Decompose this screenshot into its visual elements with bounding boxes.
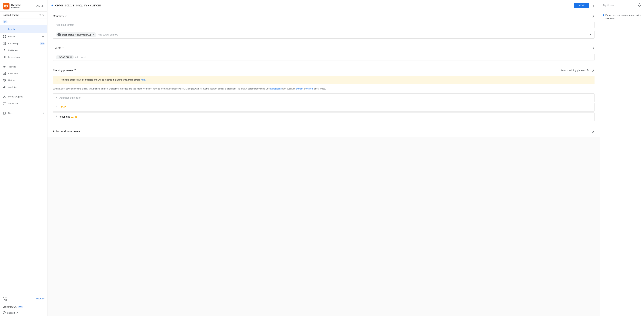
custom-link[interactable]: custom bbox=[306, 87, 313, 90]
sidebar-item-knowledge-label: Knowledge bbox=[8, 42, 37, 45]
sidebar-item-integrations[interactable]: Integrations bbox=[0, 54, 47, 60]
add-expression-placeholder: Add user expression bbox=[60, 96, 81, 99]
sidebar-item-docs[interactable]: Docs ↗ bbox=[0, 110, 47, 116]
sidebar-item-training-label: Training bbox=[8, 65, 44, 68]
sidebar-item-training[interactable]: Training bbox=[0, 63, 47, 70]
sidebar-item-prebuilt[interactable]: Prebuilt Agents bbox=[0, 93, 47, 100]
upgrade-link[interactable]: Upgrade bbox=[36, 297, 44, 300]
action-collapse-icon[interactable]: ∧ bbox=[592, 129, 594, 134]
svg-point-1 bbox=[6, 5, 7, 7]
external-link-icon: ↗ bbox=[43, 112, 44, 114]
sidebar-item-analytics[interactable]: Analytics bbox=[0, 84, 47, 90]
sidebar-item-intents[interactable]: Intents ＋ bbox=[0, 25, 47, 33]
contexts-title-row: Contexts ? bbox=[53, 15, 66, 18]
nav-divider-1 bbox=[0, 62, 47, 62]
phrase-row-2[interactable]: ❝ order id is 12345 bbox=[53, 112, 594, 121]
chat-icon bbox=[3, 102, 6, 105]
try-it-bar: Try it now bbox=[600, 0, 644, 11]
training-phrases-collapse-icon[interactable]: ∧ bbox=[592, 68, 594, 72]
search-phrases-label[interactable]: Search training phrases bbox=[560, 69, 586, 72]
svg-point-17 bbox=[4, 96, 5, 97]
sidebar-item-smalltalk-label: Small Talk bbox=[8, 102, 44, 105]
more-options-icon[interactable]: ⋮ bbox=[591, 2, 596, 8]
training-phrases-section-header[interactable]: Training phrases ? Search training phras… bbox=[48, 65, 600, 76]
warning-link[interactable]: here. bbox=[141, 78, 146, 81]
svg-rect-16 bbox=[5, 86, 6, 88]
quote-icon: ❝ bbox=[56, 96, 58, 100]
save-button[interactable]: SAVE bbox=[574, 3, 589, 8]
contexts-section: Contexts ? ∧ Add input context 5 order_s… bbox=[48, 11, 600, 43]
action-section-header[interactable]: Action and parameters ∧ bbox=[48, 126, 600, 137]
action-title: Action and parameters bbox=[53, 130, 80, 133]
search-row: Search training phrases bbox=[560, 68, 590, 72]
main-area: order_status_enquiry - custom SAVE ⋮ Con… bbox=[48, 0, 600, 316]
agent-row: respond_chatbot ▾ ⚙ bbox=[0, 12, 47, 18]
sidebar-item-entities[interactable]: Entities ＋ bbox=[0, 33, 47, 40]
language-badge[interactable]: en bbox=[3, 20, 8, 23]
add-entity-icon[interactable]: ＋ bbox=[42, 34, 44, 38]
sidebar-item-history[interactable]: History bbox=[0, 77, 47, 84]
support-help-icon: ? bbox=[3, 311, 6, 315]
search-icon[interactable] bbox=[587, 68, 590, 72]
agent-settings-icon[interactable]: ⚙ bbox=[42, 13, 44, 16]
sidebar-bottom: Trial Free Upgrade bbox=[0, 294, 47, 304]
sidebar-item-integrations-label: Integrations bbox=[8, 56, 44, 58]
svg-rect-6 bbox=[4, 35, 6, 36]
global-chevron-icon: ▾ bbox=[44, 5, 44, 7]
phrase-quote-icon-1: ❝ bbox=[56, 105, 58, 109]
sidebar-item-fulfillment[interactable]: Fulfillment bbox=[0, 47, 47, 54]
phrase-row-1[interactable]: ❝ 12345 bbox=[53, 103, 594, 112]
dialogflow-cx-item[interactable]: Dialogflow CX new bbox=[0, 304, 47, 310]
phrase-quote-icon-2: ❝ bbox=[56, 115, 58, 119]
sidebar-item-smalltalk[interactable]: Small Talk bbox=[0, 100, 47, 107]
nav-divider-2 bbox=[0, 92, 47, 92]
svg-rect-8 bbox=[4, 36, 6, 38]
training-phrases-body: ⚠ Template phrases are deprecated and wi… bbox=[48, 76, 600, 126]
svg-rect-2 bbox=[3, 28, 6, 28]
add-language-icon[interactable]: ＋ bbox=[42, 20, 44, 24]
sidebar-item-validation-label: Validation bbox=[8, 72, 44, 75]
contexts-help-icon[interactable]: ? bbox=[65, 15, 66, 18]
svg-rect-3 bbox=[3, 29, 6, 29]
system-link[interactable]: system bbox=[296, 87, 303, 90]
contexts-collapse-icon[interactable]: ∧ bbox=[592, 14, 594, 18]
svg-point-9 bbox=[5, 56, 6, 56]
events-collapse-icon[interactable]: ∧ bbox=[592, 46, 594, 50]
add-expression-row[interactable]: ❝ Add user expression bbox=[53, 93, 594, 102]
svg-rect-21 bbox=[639, 3, 640, 5]
events-help-icon[interactable]: ? bbox=[62, 47, 64, 50]
sidebar-item-intents-label: Intents bbox=[8, 28, 40, 30]
context-remove-icon[interactable]: ✕ bbox=[93, 33, 95, 36]
add-event-placeholder[interactable]: Add event bbox=[75, 56, 86, 58]
input-context-field[interactable]: Add input context bbox=[53, 22, 594, 28]
sidebar-item-prebuilt-label: Prebuilt Agents bbox=[8, 95, 44, 98]
action-section: Action and parameters ∧ bbox=[48, 126, 600, 137]
sidebar-item-validation[interactable]: Validation bbox=[0, 70, 47, 77]
event-remove-icon[interactable]: ✕ bbox=[70, 56, 72, 58]
event-row: LOCATION ✕ Add event bbox=[53, 54, 594, 61]
add-intent-icon[interactable]: ＋ bbox=[42, 27, 44, 31]
annotations-link[interactable]: annotations bbox=[270, 87, 282, 90]
contexts-section-header[interactable]: Contexts ? ∧ bbox=[48, 11, 600, 22]
grad-icon bbox=[3, 65, 6, 68]
warning-triangle-icon: ⚠ bbox=[56, 78, 58, 82]
microphone-icon[interactable] bbox=[638, 3, 641, 8]
context-num: 5 bbox=[58, 33, 61, 36]
add-output-placeholder[interactable]: Add output context bbox=[98, 33, 588, 36]
new-badge: new bbox=[18, 306, 23, 308]
sidebar-item-knowledge[interactable]: Knowledge beta bbox=[0, 40, 47, 47]
trial-row: Trial Free Upgrade bbox=[3, 296, 44, 301]
events-section: Events ? ∧ LOCATION ✕ Add event bbox=[48, 43, 600, 65]
sidebar-item-support[interactable]: ? Support ↗ bbox=[0, 310, 47, 316]
events-section-header[interactable]: Events ? ∧ bbox=[48, 43, 600, 54]
training-phrases-section: Training phrases ? Search training phras… bbox=[48, 65, 600, 126]
global-selector[interactable]: Global ▾ bbox=[36, 5, 44, 7]
context-clear-icon[interactable]: ✕ bbox=[589, 33, 592, 36]
agent-chevron-icon[interactable]: ▾ bbox=[40, 13, 41, 16]
training-phrases-help-icon[interactable]: ? bbox=[74, 69, 76, 72]
trial-info: Trial Free bbox=[3, 296, 7, 301]
svg-rect-12 bbox=[3, 72, 6, 75]
grid-icon bbox=[3, 35, 6, 38]
info-icon: ℹ bbox=[603, 13, 604, 17]
nav-divider-3 bbox=[0, 108, 47, 108]
